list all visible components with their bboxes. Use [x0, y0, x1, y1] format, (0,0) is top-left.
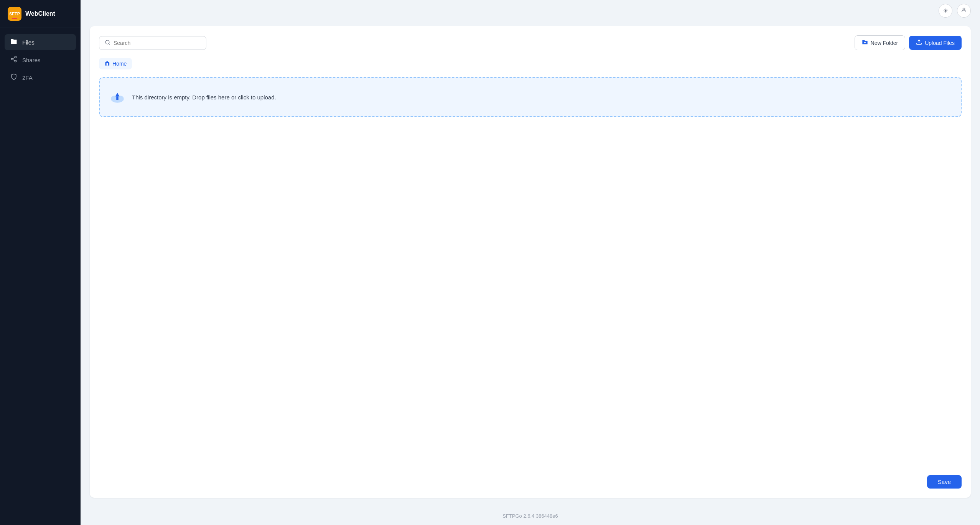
upload-icon	[916, 39, 922, 46]
svg-line-4	[13, 58, 15, 59]
shield-icon	[10, 73, 18, 82]
app-logo: SFTP WebClient	[0, 0, 81, 28]
main-wrapper: ☀	[81, 0, 980, 525]
version-text: SFTPGo 2.6.4 386448e6	[502, 513, 558, 519]
footer: SFTPGo 2.6.4 386448e6	[81, 507, 980, 525]
breadcrumb-home[interactable]: Home	[99, 58, 132, 69]
new-folder-icon	[862, 39, 868, 46]
sidebar-item-files[interactable]: Files	[5, 34, 76, 50]
user-icon	[961, 7, 967, 15]
sidebar-files-label: Files	[22, 39, 35, 46]
drop-zone[interactable]: This directory is empty. Drop files here…	[99, 77, 962, 117]
new-folder-button[interactable]: New Folder	[855, 35, 906, 50]
svg-rect-15	[116, 96, 119, 100]
breadcrumb: Home	[99, 58, 962, 69]
search-input[interactable]	[114, 40, 201, 46]
upload-files-label: Upload Files	[925, 40, 955, 46]
svg-point-6	[105, 40, 109, 44]
svg-point-0	[15, 56, 16, 58]
folder-icon	[10, 38, 18, 46]
home-icon	[104, 60, 110, 67]
upload-cloud-icon	[109, 89, 126, 106]
breadcrumb-home-label: Home	[112, 61, 127, 67]
sidebar-shares-label: Shares	[22, 57, 41, 63]
search-box[interactable]	[99, 36, 206, 50]
share-icon	[10, 56, 18, 64]
sun-icon: ☀	[943, 7, 948, 15]
drop-zone-message: This directory is empty. Drop files here…	[132, 94, 276, 101]
svg-marker-14	[115, 93, 120, 96]
save-area: Save	[99, 475, 962, 489]
logo-icon: SFTP	[8, 7, 21, 21]
new-folder-label: New Folder	[871, 40, 898, 46]
topbar: ☀	[81, 0, 980, 21]
svg-point-5	[963, 8, 965, 10]
save-button[interactable]: Save	[927, 475, 962, 489]
upload-files-button[interactable]: Upload Files	[909, 36, 962, 50]
search-icon	[105, 40, 110, 46]
svg-line-7	[109, 43, 110, 45]
sidebar-nav: Files Shares 2FA	[0, 28, 81, 92]
sidebar: SFTP WebClient Files Shares 2FA	[0, 0, 81, 525]
svg-line-3	[13, 59, 15, 61]
content-area: New Folder Upload Files Home	[81, 21, 980, 507]
content-card: New Folder Upload Files Home	[90, 26, 971, 498]
toolbar-actions: New Folder Upload Files	[855, 35, 962, 50]
theme-toggle-button[interactable]: ☀	[939, 4, 952, 18]
sidebar-2fa-label: 2FA	[22, 74, 33, 81]
user-menu-button[interactable]	[957, 4, 971, 18]
sidebar-item-shares[interactable]: Shares	[5, 52, 76, 68]
toolbar: New Folder Upload Files	[99, 35, 962, 50]
app-title: WebClient	[25, 10, 55, 17]
svg-point-1	[11, 58, 13, 60]
sidebar-item-2fa[interactable]: 2FA	[5, 69, 76, 86]
svg-point-2	[15, 60, 16, 62]
